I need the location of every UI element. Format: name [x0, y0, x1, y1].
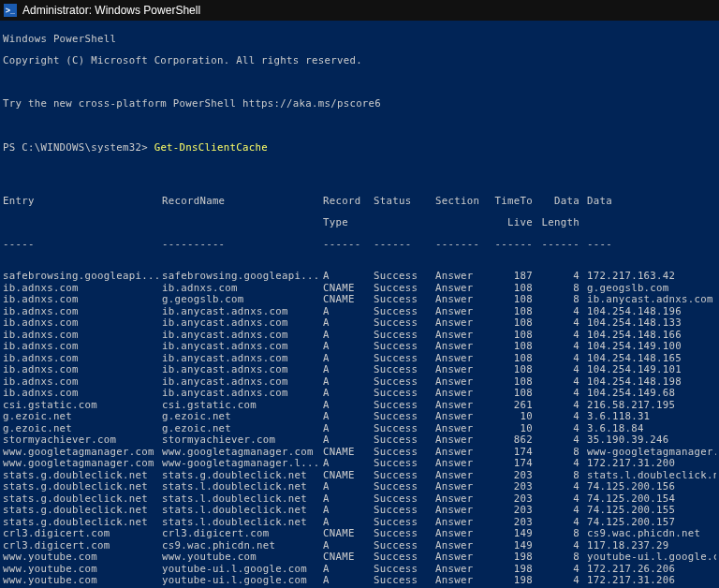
cell-section: Answer: [435, 401, 493, 413]
cell-recordname: ib.anycast.adnxs.com: [162, 318, 323, 331]
cell-datalen: 4: [540, 272, 587, 284]
cell-recordtype: A: [323, 412, 374, 424]
cell-recordname: www.youtube.com: [162, 552, 323, 565]
cell-recordname: cs9.wac.phicdn.net: [162, 541, 323, 553]
table-row: ib.adnxs.comg.geogslb.comCNAMESuccessAns…: [3, 295, 716, 307]
cell-entry: www.youtube.com: [3, 565, 162, 577]
table-row: g.ezoic.netg.ezoic.netASuccessAnswer1043…: [3, 412, 716, 424]
col-recordname: RecordName: [162, 197, 323, 209]
table-row: crl3.digicert.comcs9.wac.phicdn.netASucc…: [3, 541, 716, 553]
table-row: ib.adnxs.comib.anycast.adnxs.comASuccess…: [3, 354, 716, 366]
table-row: stats.g.doubleclick.netstats.l.doublecli…: [3, 518, 716, 530]
cell-entry: ib.adnxs.com: [3, 389, 162, 401]
cell-datalen: 4: [540, 435, 587, 448]
cell-datalen: 4: [540, 389, 587, 401]
cell-ttl: 203: [493, 494, 540, 507]
cell-data: 74.125.200.157: [587, 518, 716, 530]
blank-line: [3, 78, 716, 90]
cell-recordname: ib.anycast.adnxs.com: [162, 307, 323, 319]
prompt-path: PS C:\WINDOWS\system32>: [3, 141, 154, 154]
cell-data: 104.254.148.133: [587, 318, 716, 331]
cell-status: Success: [374, 552, 435, 565]
cell-data: 74.125.200.154: [587, 494, 716, 507]
cell-data: ib.anycast.adnxs.com: [587, 295, 716, 307]
cell-recordtype: A: [323, 518, 374, 530]
cell-status: Success: [374, 331, 435, 343]
cell-status: Success: [374, 541, 435, 553]
cell-datalen: 4: [540, 401, 587, 413]
cell-status: Success: [374, 318, 435, 331]
col-status: Status: [374, 197, 435, 209]
prompt-line[interactable]: PS C:\WINDOWS\system32> Get-DnsClientCac…: [3, 143, 716, 155]
cell-recordname: g.geogslb.com: [162, 295, 323, 307]
window-titlebar[interactable]: >_ Administrator: Windows PowerShell: [0, 0, 719, 21]
cell-section: Answer: [435, 518, 493, 530]
cell-ttl: 862: [493, 435, 540, 448]
window-title: Administrator: Windows PowerShell: [22, 5, 200, 16]
cell-status: Success: [374, 377, 435, 390]
cell-recordtype: A: [323, 377, 374, 390]
cell-status: Success: [374, 401, 435, 413]
cell-data: 172.217.163.42: [587, 272, 716, 284]
table-row: ib.adnxs.comib.anycast.adnxs.comASuccess…: [3, 365, 716, 377]
cell-section: Answer: [435, 318, 493, 331]
blank-line: [3, 165, 716, 177]
cell-datalen: 4: [540, 342, 587, 354]
cell-data: 104.254.149.68: [587, 389, 716, 401]
cell-datalen: 8: [540, 448, 587, 460]
terminal-output[interactable]: Windows PowerShell Copyright (C) Microso…: [0, 21, 719, 588]
cell-entry: g.ezoic.net: [3, 424, 162, 436]
cell-section: Answer: [435, 494, 493, 507]
cell-datalen: 8: [540, 552, 587, 565]
cell-entry: www.youtube.com: [3, 552, 162, 565]
tip-line: Try the new cross-platform PowerShell ht…: [3, 99, 716, 111]
table-row: stormyachiever.comstormyachiever.comASuc…: [3, 435, 716, 448]
cell-recordname: g.ezoic.net: [162, 424, 323, 436]
cell-status: Success: [374, 576, 435, 588]
cell-datalen: 4: [540, 365, 587, 377]
cell-datalen: 8: [540, 295, 587, 307]
cell-datalen: 4: [540, 424, 587, 436]
cell-status: Success: [374, 565, 435, 577]
cell-status: Success: [374, 307, 435, 319]
cell-ttl: 108: [493, 365, 540, 377]
table-row: www.googletagmanager.comwww.googletagman…: [3, 448, 716, 460]
cell-recordname: stats.l.doubleclick.net: [162, 482, 323, 494]
cell-data: youtube-ui.l.google.com: [587, 552, 716, 565]
cell-status: Success: [374, 435, 435, 448]
cell-section: Answer: [435, 506, 493, 518]
cell-recordtype: A: [323, 401, 374, 413]
cell-entry: www.googletagmanager.com: [3, 459, 162, 471]
cell-ttl: 108: [493, 307, 540, 319]
cell-datalen: 4: [540, 482, 587, 494]
cell-status: Success: [374, 354, 435, 366]
cell-data: 104.254.149.100: [587, 342, 716, 354]
table-row: ib.adnxs.comib.anycast.adnxs.comASuccess…: [3, 377, 716, 390]
cell-recordname: csi.gstatic.com: [162, 401, 323, 413]
table-row: csi.gstatic.comcsi.gstatic.comASuccessAn…: [3, 401, 716, 413]
cell-recordtype: A: [323, 506, 374, 518]
cell-status: Success: [374, 295, 435, 307]
cell-entry: ib.adnxs.com: [3, 307, 162, 319]
table-row: www.youtube.comwww.youtube.comCNAMESucce…: [3, 552, 716, 565]
cell-entry: crl3.digicert.com: [3, 529, 162, 541]
table-row: g.ezoic.netg.ezoic.netASuccessAnswer1043…: [3, 424, 716, 436]
cell-recordtype: CNAME: [323, 295, 374, 307]
cell-entry: ib.adnxs.com: [3, 284, 162, 296]
cell-recordtype: A: [323, 459, 374, 471]
cell-recordtype: A: [323, 307, 374, 319]
cell-entry: stats.g.doubleclick.net: [3, 471, 162, 483]
cell-data: 117.18.237.29: [587, 541, 716, 553]
col-datalen: Data: [540, 197, 587, 209]
cell-datalen: 4: [540, 565, 587, 577]
cell-status: Success: [374, 529, 435, 541]
cell-ttl: 10: [493, 412, 540, 424]
cell-section: Answer: [435, 541, 493, 553]
header-line-2: Copyright (C) Microsoft Corporation. All…: [3, 56, 716, 68]
cell-entry: safebrowsing.googleapi...: [3, 272, 162, 284]
cell-entry: stormyachiever.com: [3, 435, 162, 448]
prompt-command: Get-DnsClientCache: [154, 141, 268, 154]
cell-section: Answer: [435, 529, 493, 541]
cell-section: Answer: [435, 307, 493, 319]
cell-status: Success: [374, 459, 435, 471]
